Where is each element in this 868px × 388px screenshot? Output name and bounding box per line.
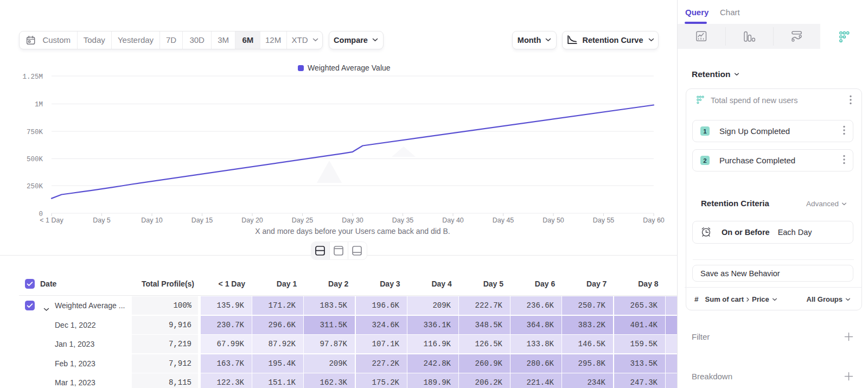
svg-text:Day 55: Day 55 xyxy=(593,217,615,224)
svg-text:Day 35: Day 35 xyxy=(392,217,414,224)
svg-text:1.25M: 1.25M xyxy=(22,73,43,81)
svg-text:250K: 250K xyxy=(27,183,43,190)
svg-text:Day 5: Day 5 xyxy=(93,217,111,224)
svg-text:Day 30: Day 30 xyxy=(342,217,363,224)
svg-text:Day 10: Day 10 xyxy=(141,217,163,224)
svg-text:Day 25: Day 25 xyxy=(292,217,314,224)
svg-text:Day 60: Day 60 xyxy=(643,217,665,224)
svg-text:Day 50: Day 50 xyxy=(542,217,564,224)
svg-text:< 1 Day: < 1 Day xyxy=(40,217,63,224)
svg-text:1M: 1M xyxy=(35,101,43,109)
svg-text:750K: 750K xyxy=(27,129,43,136)
svg-text:Day 40: Day 40 xyxy=(442,217,464,224)
svg-text:500K: 500K xyxy=(27,156,43,163)
svg-text:Day 20: Day 20 xyxy=(241,217,263,224)
svg-text:Day 45: Day 45 xyxy=(493,217,514,224)
svg-text:Day 15: Day 15 xyxy=(192,217,213,224)
